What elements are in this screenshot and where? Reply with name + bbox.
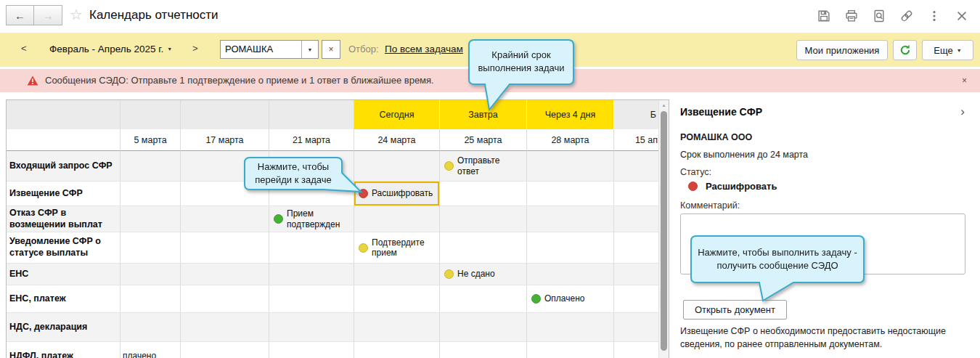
calendar-cell[interactable]: Подтвердите прием (354, 232, 440, 264)
calendar-grid: СегодняЗавтраЧерез 4 дняБ5 марта17 марта… (7, 100, 659, 358)
my-apps-button[interactable]: Мои приложения (796, 40, 888, 60)
calendar-cell (440, 342, 527, 358)
period-selector[interactable]: Февраль - Апрель 2025 г.▼ (49, 44, 172, 54)
column-date-header-7: 15 ап (614, 129, 659, 151)
tooltip-go-to-task-text: Нажмите, чтобы перейди к задаче (244, 157, 343, 190)
vertical-scrollbar[interactable]: ▲ (658, 100, 669, 358)
column-date-header-6: 28 марта (527, 129, 614, 151)
calendar-cell (354, 313, 440, 342)
column-date-header-4: 24 марта (354, 129, 440, 151)
calendar-cell (527, 264, 614, 285)
calendar-cell (181, 232, 269, 264)
calendar-cell[interactable]: Оплачено (527, 285, 614, 313)
calendar-cell (354, 206, 440, 232)
tooltip-perform-task: Нажмите, чтобы выполнить задачу - получи… (690, 235, 867, 304)
task-description: Извещение СФР о необходимости предостави… (680, 325, 979, 351)
tooltip-perform-task-text: Нажмите, чтобы выполнить задачу - получи… (690, 235, 865, 282)
calendar-cell[interactable]: Отправьте ответ (440, 151, 527, 182)
column-date-header-1: 5 марта (121, 129, 181, 151)
more-button[interactable]: Еще▼ (922, 40, 973, 60)
column-group-header-2 (181, 100, 269, 129)
calendar-cell (614, 151, 659, 182)
row-label: НДС, декларация (7, 313, 121, 342)
forward-arrow-icon: → (43, 9, 54, 22)
row-label: Входящий запрос СФР (7, 151, 121, 182)
page-title: Календарь отчетности (89, 8, 219, 23)
calendar-cell (269, 285, 354, 313)
tooltip-deadline: Крайний срок выполнения задачи (468, 39, 577, 112)
scrollbar-thumb[interactable] (661, 111, 667, 351)
forward-button[interactable]: → (34, 5, 62, 25)
calendar-cell (269, 342, 354, 358)
column-date-header-0 (7, 129, 121, 151)
calendar-cell (527, 232, 614, 264)
warning-icon (27, 76, 38, 89)
combobox-dropdown-button[interactable]: ▼ (301, 41, 318, 58)
calendar-cell (440, 232, 527, 264)
calendar-cell (121, 232, 181, 264)
task-label: Подтвердите прием (372, 237, 425, 259)
status-dot-green (531, 294, 541, 304)
calendar-cell-selected[interactable]: Расшифровать (354, 182, 440, 206)
task-label: Отправьте ответ (457, 155, 499, 176)
row-label: Отказ СФР в возмещении выплат (7, 206, 121, 232)
column-group-header-3 (269, 100, 354, 129)
close-icon[interactable] (955, 9, 968, 23)
calendar-cell (614, 285, 659, 313)
calendar-cell (181, 313, 269, 342)
calendar-cell (614, 232, 659, 264)
organization-combobox[interactable]: РОМАШКА ▼ (220, 40, 319, 59)
alert-close-icon[interactable]: × (962, 76, 967, 86)
combobox-clear-button[interactable]: × (322, 40, 340, 59)
scroll-up-icon[interactable]: ▲ (659, 100, 669, 110)
status-dot-green (274, 214, 283, 224)
calendar-cell (181, 264, 269, 285)
status-dot-yellow (444, 161, 454, 171)
reporting-calendar-table: СегодняЗавтраЧерез 4 дняБ5 марта17 марта… (6, 99, 669, 358)
status-dot-red (688, 182, 698, 191)
calendar-cell (121, 264, 181, 285)
column-date-header-3: 21 марта (269, 129, 354, 151)
alert-message: Сообщения СЭДО: Отправьте 1 подтверждени… (45, 75, 434, 86)
calendar-cell (614, 182, 659, 206)
refresh-icon (899, 44, 911, 56)
status-label: Статус: (680, 167, 711, 177)
calendar-cell[interactable]: Не сдано (440, 264, 527, 285)
status-row: Расшифровать (686, 181, 777, 192)
preview-icon[interactable] (873, 9, 886, 23)
chevron-down-icon: ▼ (308, 47, 313, 52)
menu-icon[interactable] (928, 9, 941, 23)
calendar-cell[interactable]: Прием подтвержден (269, 206, 354, 232)
save-icon[interactable] (817, 9, 830, 23)
chevron-down-icon: ▼ (167, 46, 172, 52)
calendar-cell (354, 285, 440, 313)
calendar-cell[interactable]: плачено (121, 342, 181, 358)
print-icon[interactable] (845, 9, 858, 23)
calendar-cell (527, 182, 614, 206)
tooltip-go-to-task: Нажмите, чтобы перейди к задаче (244, 157, 366, 196)
organization-value[interactable]: РОМАШКА (221, 41, 301, 58)
favorite-star-icon[interactable]: ☆ (70, 6, 83, 23)
task-label: Не сдано (457, 269, 495, 279)
period-next-button[interactable]: > (192, 43, 198, 54)
calendar-cell (354, 342, 440, 358)
calendar-cell (121, 151, 181, 182)
status-dot-yellow (444, 269, 454, 279)
calendar-cell (440, 313, 527, 342)
column-group-header-0 (7, 100, 121, 129)
task-label: Оплачено (544, 293, 584, 304)
period-prev-button[interactable]: < (21, 43, 27, 54)
row-label: Уведомление СФР о статусе выплаты (7, 232, 121, 264)
chevron-right-icon[interactable]: › (960, 105, 965, 119)
calendar-cell (121, 182, 181, 206)
organization-name: РОМАШКА ООО (680, 132, 752, 142)
refresh-button[interactable] (893, 40, 917, 60)
back-arrow-icon: ← (15, 9, 25, 22)
link-icon[interactable] (900, 9, 913, 23)
column-date-header-2: 17 марта (181, 129, 269, 151)
status-value: Расшифровать (706, 181, 777, 192)
task-label: Расшифровать (372, 188, 433, 198)
calendar-cell (614, 342, 659, 358)
back-button[interactable]: ← (6, 5, 34, 25)
filter-link[interactable]: По всем задачам (385, 44, 463, 54)
